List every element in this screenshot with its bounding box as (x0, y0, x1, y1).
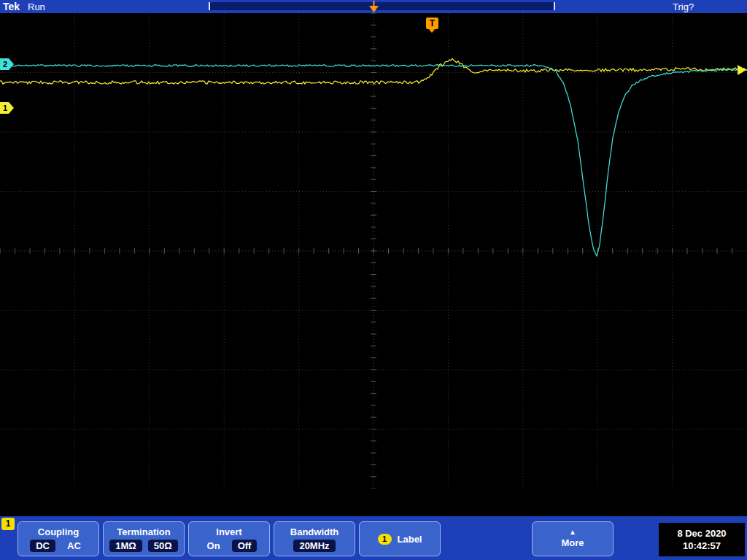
waveform-ch2 (0, 65, 747, 257)
trigger-position-arrow (369, 0, 379, 13)
invert-button[interactable]: Invert On Off (188, 521, 270, 556)
top-status-bar: Tek Run Trig? (0, 0, 747, 13)
coupling-button[interactable]: Coupling DC AC (18, 521, 99, 556)
ch2-position-marker-label: 2 (3, 60, 7, 69)
trigger-point-flag[interactable]: T (426, 18, 438, 29)
more-button[interactable]: ▲ More (532, 521, 614, 556)
ch1-position-marker-label: 1 (3, 104, 7, 112)
trigger-status: Trig? (673, 1, 694, 12)
bandwidth-button[interactable]: Bandwidth 20MHz (274, 521, 355, 556)
trigger-level-marker[interactable] (738, 65, 746, 75)
invert-title: Invert (216, 526, 241, 537)
coupling-option-ac[interactable]: AC (61, 540, 87, 552)
invert-option-on[interactable]: On (201, 540, 226, 552)
readout-bar: 1 5.00 V Bw 2 50.0mV Bw 100ns T →▼-80.00… (0, 489, 747, 516)
waveform-display: 21 T (0, 13, 747, 489)
acquisition-status: Run (28, 1, 45, 12)
invert-option-off[interactable]: Off (232, 540, 258, 552)
coupling-title: Coupling (38, 526, 79, 537)
more-up-arrow-icon: ▲ (569, 529, 576, 535)
datetime-display: 8 Dec 2020 10:42:57 (659, 523, 745, 556)
label-title: Label (398, 534, 422, 545)
label-channel-badge: 1 (378, 534, 392, 545)
menu-channel-badge: 1 (1, 518, 15, 530)
bandwidth-option-20mhz[interactable]: 20MHz (293, 540, 335, 552)
record-position-bar (209, 2, 555, 10)
termination-button[interactable]: Termination 1MΩ 50Ω (103, 521, 185, 556)
waveform-ch1 (0, 59, 747, 85)
label-button[interactable]: 1 Label (359, 521, 441, 556)
bottom-menu-bar: 1 Coupling DC AC Termination 1MΩ 50Ω Inv… (0, 516, 747, 560)
coupling-option-dc[interactable]: DC (30, 540, 55, 552)
time-value: 10:42:57 (683, 540, 721, 552)
termination-title: Termination (117, 526, 170, 537)
bandwidth-title: Bandwidth (290, 526, 338, 537)
date-value: 8 Dec 2020 (677, 527, 726, 540)
tek-logo: Tek (3, 1, 20, 12)
termination-option-1mohm[interactable]: 1MΩ (109, 540, 142, 552)
more-title: More (561, 537, 584, 548)
graticule: 21 (0, 13, 747, 489)
oscilloscope-screen: Tek Run Trig? 21 T 1 5.00 V Bw 2 50.0mV … (0, 0, 747, 560)
termination-option-50ohm[interactable]: 50Ω (148, 540, 178, 552)
